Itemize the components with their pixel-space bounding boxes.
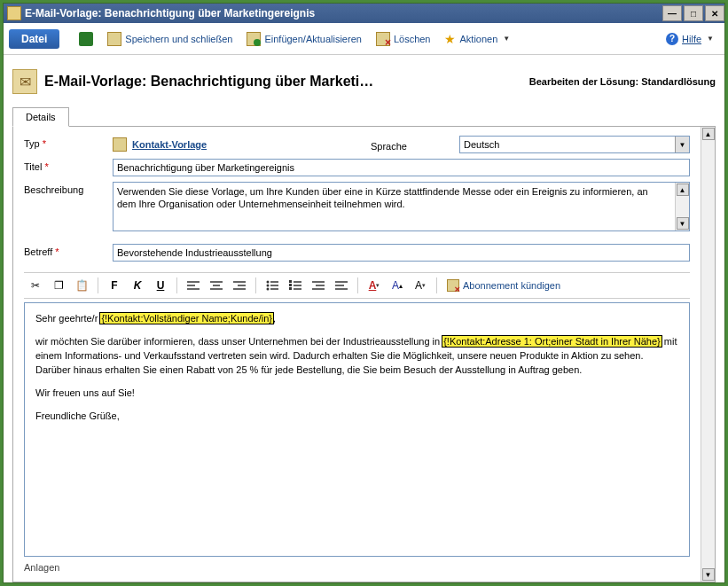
subject-input[interactable] bbox=[113, 244, 690, 262]
lang-select[interactable]: Deutsch▼ bbox=[459, 136, 690, 153]
actions-menu[interactable]: ★Aktionen▼ bbox=[439, 29, 515, 49]
font-decrease-button[interactable]: A▾ bbox=[411, 277, 430, 294]
unsubscribe-button[interactable]: Abonnement kündigen bbox=[443, 277, 564, 293]
details-panel: Typ * Kontakt-Vorlage Sprache Deutsch▼ T… bbox=[12, 127, 716, 582]
number-list-button[interactable] bbox=[286, 277, 305, 294]
form: Typ * Kontakt-Vorlage Sprache Deutsch▼ T… bbox=[13, 127, 701, 582]
align-right-icon bbox=[233, 280, 246, 291]
svg-rect-19 bbox=[289, 287, 292, 290]
titlebar: E-Mail-Vorlage: Benachrichtigung über Ma… bbox=[4, 4, 724, 23]
svg-point-9 bbox=[267, 281, 270, 284]
unsubscribe-icon bbox=[447, 279, 459, 292]
desc-textarea[interactable]: Verwenden Sie diese Vorlage, um Ihre Kun… bbox=[113, 182, 690, 231]
mail-template-icon bbox=[12, 69, 37, 94]
window-title: E-Mail-Vorlage: Benachrichtigung über Ma… bbox=[25, 7, 315, 20]
insert-update-button[interactable]: Einfügen/Aktualisieren bbox=[241, 29, 366, 49]
font-color-button[interactable]: A▾ bbox=[364, 277, 384, 294]
header: E-Mail-Vorlage: Benachrichtigung über Ma… bbox=[12, 69, 716, 94]
template-icon bbox=[7, 6, 21, 20]
help-icon: ? bbox=[666, 33, 678, 45]
bullet-list-button[interactable] bbox=[262, 277, 282, 294]
svg-rect-15 bbox=[289, 280, 292, 283]
desc-scrollbar[interactable]: ▲ ▼ bbox=[675, 183, 689, 230]
editor-toolbar: ✂ ❐ 📋 F K U A▾ bbox=[24, 272, 690, 299]
bold-button[interactable]: F bbox=[105, 277, 124, 294]
align-center-icon bbox=[210, 280, 223, 291]
placeholder-name[interactable]: {!Kontakt:Vollständiger Name;Kunde/in} bbox=[100, 313, 273, 324]
file-menu[interactable]: Datei bbox=[9, 29, 59, 49]
greeting-line: Sehr geehrte/r {!Kontakt:Vollständiger N… bbox=[35, 312, 678, 326]
page-title: E-Mail-Vorlage: Benachrichtigung über Ma… bbox=[44, 74, 373, 90]
save-close-button[interactable]: Speichern und schließen bbox=[102, 29, 238, 49]
font-increase-button[interactable]: A▴ bbox=[387, 277, 407, 294]
align-left-icon bbox=[187, 280, 200, 291]
outdent-button[interactable] bbox=[309, 277, 328, 294]
lang-label: Sprache bbox=[371, 138, 459, 152]
paste-icon: 📋 bbox=[75, 279, 89, 292]
indent-icon bbox=[335, 280, 348, 291]
scroll-up-icon[interactable]: ▲ bbox=[677, 184, 689, 196]
refresh-icon bbox=[79, 32, 93, 46]
copy-button[interactable]: ❐ bbox=[49, 277, 68, 294]
svg-point-11 bbox=[267, 285, 270, 287]
chevron-down-icon: ▼ bbox=[675, 137, 689, 152]
align-center-button[interactable] bbox=[207, 277, 226, 294]
panel-scrollbar[interactable]: ▲ ▼ bbox=[701, 127, 715, 582]
delete-button[interactable]: Löschen bbox=[371, 29, 436, 49]
scroll-down-icon[interactable]: ▼ bbox=[702, 568, 715, 581]
toolbar: Datei Speichern und schließen Einfügen/A… bbox=[4, 23, 724, 55]
edit-solution-label: Bearbeiten der Lösung: Standardlösung bbox=[529, 76, 716, 87]
body-paragraph-2: Wir freuen uns auf Sie! bbox=[35, 387, 678, 401]
window: E-Mail-Vorlage: Benachrichtigung über Ma… bbox=[3, 3, 725, 583]
cut-button[interactable]: ✂ bbox=[26, 277, 45, 294]
save-icon bbox=[107, 32, 121, 46]
placeholder-city[interactable]: {!Kontakt:Adresse 1: Ort;einer Stadt in … bbox=[442, 336, 661, 347]
body-signature: Freundliche Grüße, bbox=[35, 410, 678, 424]
align-left-button[interactable] bbox=[184, 277, 203, 294]
attachments-label: Anlagen bbox=[24, 557, 690, 573]
scroll-up-icon[interactable]: ▲ bbox=[702, 128, 715, 140]
type-link[interactable]: Kontakt-Vorlage bbox=[132, 139, 207, 150]
italic-button[interactable]: K bbox=[128, 277, 147, 294]
scissors-icon: ✂ bbox=[31, 279, 40, 292]
maximize-button[interactable]: □ bbox=[684, 5, 703, 21]
insert-icon bbox=[247, 32, 261, 46]
help-menu[interactable]: ?Hilfe▼ bbox=[661, 30, 719, 48]
scroll-down-icon[interactable]: ▼ bbox=[677, 217, 689, 230]
copy-icon: ❐ bbox=[54, 279, 64, 292]
desc-label: Beschreibung bbox=[24, 182, 113, 195]
refresh-button[interactable] bbox=[74, 29, 98, 49]
tabs: Details bbox=[12, 106, 716, 127]
svg-rect-17 bbox=[289, 284, 292, 286]
align-right-button[interactable] bbox=[230, 277, 249, 294]
minimize-button[interactable]: — bbox=[662, 5, 682, 21]
body-editor[interactable]: Sehr geehrte/r {!Kontakt:Vollständiger N… bbox=[24, 302, 690, 557]
subject-label: Betreff * bbox=[24, 244, 113, 257]
title-input[interactable] bbox=[113, 159, 690, 176]
paste-button[interactable]: 📋 bbox=[72, 277, 91, 294]
type-label: Typ * bbox=[24, 136, 113, 149]
close-button[interactable]: ✕ bbox=[705, 5, 724, 21]
delete-icon bbox=[376, 32, 390, 46]
indent-button[interactable] bbox=[332, 277, 351, 294]
svg-point-13 bbox=[267, 288, 270, 291]
contact-template-icon bbox=[113, 137, 127, 152]
tab-details[interactable]: Details bbox=[12, 107, 69, 127]
star-icon: ★ bbox=[444, 32, 456, 46]
content: E-Mail-Vorlage: Benachrichtigung über Ma… bbox=[4, 55, 724, 582]
bullet-list-icon bbox=[266, 280, 278, 291]
number-list-icon bbox=[289, 280, 301, 291]
outdent-icon bbox=[312, 280, 325, 291]
title-label: Titel * bbox=[24, 159, 113, 172]
body-paragraph-1: wir möchten Sie darüber informieren, das… bbox=[35, 335, 678, 378]
underline-button[interactable]: U bbox=[151, 277, 170, 294]
